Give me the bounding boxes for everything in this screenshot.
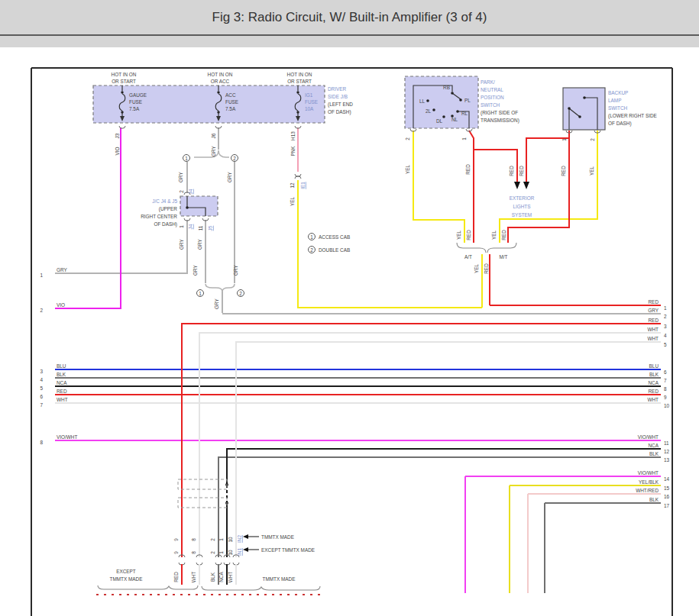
yel-ie1-wire (298, 180, 482, 308)
row-number: 5 (664, 342, 667, 347)
wire-rows: 1GRY2VIO3BLU4BLK5NCA6RED7WHT8VIO/WHT1RED… (40, 267, 669, 509)
connector-pin: 1 (218, 538, 224, 541)
row-number: 16 (664, 494, 670, 499)
fuse-pin: J3 (115, 133, 120, 138)
connector-pin: 10 (228, 550, 233, 556)
wire-label: RED (484, 263, 489, 274)
wire-label: YEL/BLK (639, 479, 659, 485)
wire-label: NCA (57, 380, 67, 385)
jc-pin-2: 2 (179, 190, 184, 193)
terminal-nl: NL (451, 117, 458, 122)
wire-label: YEL (474, 264, 479, 274)
connector-pin: 9 (173, 551, 179, 554)
ie1-pin: 12 (290, 182, 295, 189)
jc-loc1: (UPPER (159, 206, 178, 212)
exterior-lights-ref: RED RED EXTERIOR LIGHTS SYSTEM (509, 166, 535, 218)
wire-label: NCA (649, 443, 659, 448)
in1-ref: IN1 (237, 548, 242, 556)
row-number: 1 (664, 305, 667, 311)
wire-label: RED (465, 164, 471, 175)
variant-option-boxes (178, 479, 227, 508)
group-braces (98, 585, 320, 590)
row-number: 8 (664, 386, 667, 392)
switch-wires (413, 131, 597, 308)
fuse-pin: J6 (211, 133, 216, 138)
at-label: A/T (464, 254, 472, 260)
in2-note: TMMTX MADE (261, 534, 294, 540)
wiring-diagram: 1GRY2VIO3BLU4BLK5NCA6RED7WHT8VIO/WHT1RED… (0, 47, 699, 616)
cab-variant-1: 1 (185, 156, 188, 161)
terminal-ll: LL (419, 98, 426, 104)
wire-label: BLK (649, 372, 659, 377)
terminal-pl: PL (464, 98, 471, 103)
pnp-name-3: POSITION (481, 95, 504, 100)
wire-label: GRY (648, 308, 659, 313)
wire-label: BLK (649, 497, 659, 502)
connector-arc (295, 126, 301, 128)
wire-label: RED (519, 166, 524, 176)
driver-side-jb: DRIVER SIDE J/B (LEFT END OF DASH) HOT I… (93, 72, 353, 156)
terminal-rb: RB (443, 85, 450, 90)
fuse-name: FUSE (129, 99, 142, 105)
row-number: 6 (40, 394, 43, 399)
fuse-rating: 10A (305, 106, 314, 111)
row-number: 15 (664, 485, 670, 491)
gry-split: 1 2 1 2 GRY GRY GRY GRY GRY GRY GRY (178, 150, 244, 313)
wire-label: YEL (290, 197, 295, 207)
legend-access-cab: ACCESS CAB (319, 234, 350, 240)
pnp-name-1: PARK/ (481, 79, 495, 85)
pnp-loc-2: TRANSMISSION) (481, 118, 519, 124)
row-number: 2 (40, 308, 43, 313)
terminal-2l: 2L (426, 108, 432, 114)
wire-label: BLK (210, 572, 215, 582)
backup-pin-1: 1 (561, 138, 567, 141)
left-arrow-icon (243, 547, 248, 552)
pnp-loc-1: (RIGHT SIDE OF (481, 110, 518, 116)
connector-pin: 2 (210, 551, 215, 554)
terminal-rl: RL (461, 111, 468, 116)
group-left-1: EXCEPT (116, 569, 136, 574)
wire-label: RED (509, 166, 514, 176)
hot-in-on-header: OR ACC (211, 79, 230, 84)
in1-note: EXCEPT TMMTX MADE (261, 547, 315, 553)
fuse-name: IG1 (305, 92, 313, 98)
hot-in-on-header: HOT IN ON (208, 72, 233, 77)
row-number: 9 (664, 395, 667, 400)
connector-pin: 8 (191, 538, 196, 541)
fuse-name: FUSE (225, 99, 238, 105)
backup-name-2: LAMP (608, 98, 621, 103)
wire-label: GRY (178, 171, 183, 182)
mt-label: M/T (499, 254, 507, 260)
connector-arc (119, 126, 125, 128)
wire-label: VIO (115, 147, 120, 155)
fuse-node (296, 91, 299, 93)
connector-pin: 9 (173, 538, 179, 541)
wire-label: PNK (290, 146, 296, 156)
wire-label: RED (649, 299, 659, 305)
wire-label: BLK (649, 451, 659, 456)
jb-loc-1: (LEFT END (328, 102, 353, 108)
fuse-node (121, 91, 123, 93)
wire-label: RED (501, 230, 506, 240)
connector-pin: 10 (228, 537, 233, 543)
row-number: 6 (664, 369, 667, 375)
jc-conn-j5: J5 (208, 225, 213, 231)
cab-variant-1b: 1 (199, 291, 202, 296)
wire-label: VIO/WHT (638, 470, 659, 476)
exterior-l2: LIGHTS (513, 204, 530, 209)
row-number: 13 (664, 457, 670, 463)
wire-label: WHT (191, 572, 196, 583)
jc-pin-1: 1 (179, 225, 184, 228)
wire-label: YEL (456, 231, 461, 240)
pnp-pin-1: 1 (461, 137, 467, 140)
hot-in-on-header: HOT IN ON (287, 72, 312, 77)
fuse-name: GAUGE (129, 92, 147, 98)
row-number: 3 (40, 369, 43, 374)
wire-label: RED (561, 166, 566, 176)
row-number: 1 (40, 273, 43, 278)
wire-label: GRY (197, 238, 202, 249)
wire-label: GRY (227, 171, 232, 182)
backup-pin-2: 2 (590, 138, 595, 141)
backup-loc-1: (LOWER RIGHT SIDE (608, 113, 657, 119)
connector-pin: 2 (210, 538, 215, 541)
